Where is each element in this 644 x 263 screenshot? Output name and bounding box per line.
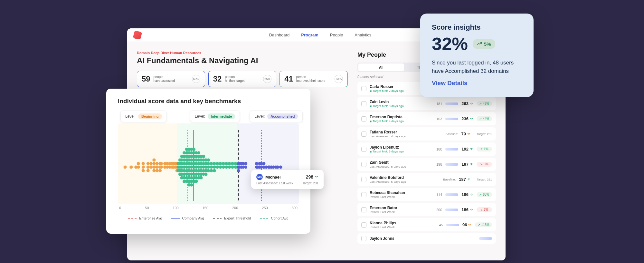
baseline-value: 114	[436, 193, 442, 197]
legend-company: Company Avg	[171, 216, 204, 220]
svg-point-166	[228, 162, 231, 165]
person-name: Zain Levin	[370, 100, 433, 104]
table-row[interactable]: Zain LevinTarget Met: 3 days ago181263↗4…	[357, 97, 496, 110]
row-checkbox[interactable]	[361, 192, 366, 197]
signal-icon	[315, 175, 318, 179]
table-row[interactable]: Jaylon Johns	[357, 233, 496, 244]
row-checkbox[interactable]	[361, 101, 366, 106]
svg-point-165	[228, 165, 231, 169]
delta-badge: ↘6%	[477, 162, 492, 167]
level-chip-beginning: Level: Beginning	[120, 111, 167, 122]
person-name: Tatiana Rosser	[370, 130, 442, 134]
row-checkbox[interactable]	[361, 177, 366, 182]
row-checkbox[interactable]	[361, 86, 366, 91]
view-details-link[interactable]: View Details	[432, 80, 522, 87]
insights-badge: 5%	[473, 39, 495, 49]
metric-improved[interactable]: 41 personimproved their score 53%	[279, 71, 348, 87]
row-checkbox[interactable]	[361, 132, 366, 137]
sparkline	[445, 193, 458, 196]
svg-point-167	[231, 165, 234, 169]
metric-pct: 68%	[192, 75, 200, 83]
delta-badge: ↗1%	[477, 147, 492, 151]
name-col: Valentine BotsfordLast Assessed: 5 days …	[370, 175, 440, 183]
metric-pct: 25%	[263, 75, 271, 83]
person-name: Kianna Philips	[370, 221, 436, 225]
svg-point-157	[216, 165, 219, 169]
table-row[interactable]: Valentine BotsfordLast Assessed: 5 days …	[357, 173, 496, 186]
sparkline	[445, 163, 458, 166]
table-row[interactable]: Emerson BatorInvited: Last Week200186↘7%	[357, 203, 496, 216]
table-row[interactable]: Kianna PhilipsInvited: Last Week4596↗113…	[357, 218, 496, 231]
svg-point-22	[152, 158, 156, 161]
level-chip-accomplished: Level: Accomplished	[250, 111, 303, 122]
main-nav: Dashboard Program People Analytics	[269, 33, 372, 37]
table-row[interactable]: Emerson BaptistaTarget Met: 4 days ago16…	[357, 112, 496, 125]
tooltip-assessed: Last Assessed: Last week	[256, 181, 293, 185]
person-sub: Target Met: 4 days ago	[370, 119, 433, 123]
person-score: 236	[461, 116, 473, 121]
person-target: Target: 251	[474, 132, 492, 136]
nav-program[interactable]: Program	[301, 33, 318, 37]
svg-point-151	[210, 165, 213, 169]
svg-point-162	[222, 162, 225, 165]
svg-point-182	[244, 162, 247, 165]
person-name: Jaylon Johns	[370, 236, 476, 241]
nav-dashboard[interactable]: Dashboard	[269, 33, 290, 37]
table-row[interactable]: Zain GeidtLast Assessed: 5 days ago19818…	[357, 158, 496, 171]
name-col: Zain LevinTarget Met: 3 days ago	[370, 100, 433, 108]
svg-point-29	[160, 165, 163, 169]
sparkline	[479, 237, 492, 240]
x-axis-ticks: 050 100150 200250 300	[118, 204, 299, 210]
delta-badge: ↗113%	[475, 222, 492, 227]
person-score: 79	[461, 132, 471, 136]
metric-target[interactable]: 32 personhit their target 25%	[208, 71, 277, 87]
svg-point-156	[213, 169, 216, 172]
name-col: Kianna PhilipsInvited: Last Week	[370, 221, 436, 229]
row-checkbox[interactable]	[361, 207, 366, 212]
svg-point-191	[262, 162, 265, 165]
benchmark-card: Individual score data and key benchmarks…	[106, 89, 310, 234]
metric-assessed[interactable]: 59 peoplehave assessed 68%	[137, 71, 205, 87]
swarm-chart	[118, 123, 299, 204]
svg-point-198	[276, 165, 279, 169]
metric-num: 41	[284, 74, 293, 83]
baseline-value: 180	[436, 147, 442, 151]
svg-point-111	[192, 148, 195, 151]
table-row[interactable]: Tatiana RosserLast Assessed: 4 days agoB…	[357, 127, 496, 141]
person-tooltip: MS Michael 298 Last Assessed: Last week …	[251, 170, 324, 189]
person-sub: Last Assessed: 5 days ago	[370, 180, 440, 183]
svg-point-161	[222, 165, 225, 169]
row-checkbox[interactable]	[361, 236, 366, 241]
nav-people[interactable]: People	[330, 33, 343, 37]
svg-point-154	[213, 165, 216, 169]
delta-badge: ↗63%	[477, 192, 492, 197]
insights-text: Since you last logged in, 48 users have …	[432, 59, 522, 76]
nav-analytics[interactable]: Analytics	[355, 33, 371, 37]
legend-expert: Expert Threshold	[213, 216, 251, 220]
baseline-value: 45	[439, 223, 443, 227]
name-col: Emerson BaptistaTarget Met: 4 days ago	[370, 115, 433, 123]
svg-point-30	[160, 162, 163, 165]
my-people-title: My People	[357, 52, 386, 58]
table-row[interactable]: Jaylon LipshutzTarget Met: 5 days ago180…	[357, 142, 496, 156]
row-checkbox[interactable]	[361, 116, 366, 122]
tooltip-name: Michael	[265, 175, 281, 180]
sparkline	[445, 148, 458, 151]
svg-point-13	[142, 169, 145, 172]
svg-point-25	[156, 169, 159, 172]
metric-pct: 53%	[335, 75, 343, 83]
metric-row: 59 peoplehave assessed 68% 32 personhit …	[137, 71, 348, 87]
baseline-value: 163	[436, 117, 442, 121]
row-checkbox[interactable]	[361, 222, 366, 228]
person-sub: Invited: Last Week	[370, 210, 433, 214]
tab-all[interactable]: All	[358, 63, 404, 71]
person-sub: Target Met: 3 days ago	[370, 104, 433, 108]
svg-point-174	[237, 169, 240, 172]
table-row[interactable]: Rebecca ShanahanInvited: Last Week114186…	[357, 188, 496, 201]
svg-point-184	[255, 162, 258, 165]
row-checkbox[interactable]	[361, 162, 366, 167]
row-checkbox[interactable]	[361, 147, 366, 152]
svg-point-21	[152, 169, 156, 172]
svg-point-11	[142, 165, 145, 169]
svg-point-6	[123, 165, 127, 169]
